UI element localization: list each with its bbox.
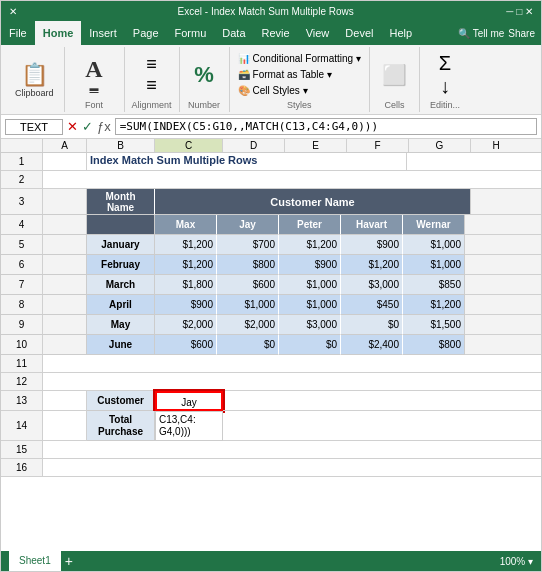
cell-b14-totalpurchase[interactable]: TotalPurchase xyxy=(87,411,155,441)
cell-b5-month[interactable]: January xyxy=(87,235,155,255)
cell-g4-wernar[interactable]: Wernar xyxy=(403,215,465,235)
cell-b7-month[interactable]: March xyxy=(87,275,155,295)
number-btn[interactable]: % xyxy=(194,62,214,88)
cell-c9[interactable]: $2,000 xyxy=(155,315,217,335)
tab-devel[interactable]: Devel xyxy=(337,21,381,45)
row-14-rest xyxy=(223,411,541,441)
cell-e8[interactable]: $1,000 xyxy=(279,295,341,315)
cell-e7[interactable]: $1,000 xyxy=(279,275,341,295)
tab-view[interactable]: View xyxy=(298,21,338,45)
col-header-b[interactable]: B xyxy=(87,139,155,152)
formula-input[interactable] xyxy=(115,118,537,135)
cell-d10[interactable]: $0 xyxy=(217,335,279,355)
cell-d9[interactable]: $2,000 xyxy=(217,315,279,335)
cell-g5[interactable]: $1,000 xyxy=(403,235,465,255)
tab-home[interactable]: Home xyxy=(35,21,82,45)
tab-page[interactable]: Page xyxy=(125,21,167,45)
tab-help[interactable]: Help xyxy=(381,21,420,45)
cell-e6[interactable]: $900 xyxy=(279,255,341,275)
cell-g8[interactable]: $1,200 xyxy=(403,295,465,315)
cell-f10[interactable]: $2,400 xyxy=(341,335,403,355)
col-header-h[interactable]: H xyxy=(471,139,521,152)
cell-f4-havart[interactable]: Havart xyxy=(341,215,403,235)
cell-a4[interactable] xyxy=(43,215,87,235)
cell-g6[interactable]: $1,000 xyxy=(403,255,465,275)
cell-d7[interactable]: $600 xyxy=(217,275,279,295)
cell-b1[interactable]: Index Match Sum Multiple Rows xyxy=(87,153,407,171)
cell-g10[interactable]: $800 xyxy=(403,335,465,355)
col-header-f[interactable]: F xyxy=(347,139,409,152)
cell-month-name[interactable]: MonthName xyxy=(87,189,155,215)
confirm-icon[interactable]: ✓ xyxy=(82,119,93,134)
cell-b10-month[interactable]: June xyxy=(87,335,155,355)
cancel-icon[interactable]: ✕ xyxy=(67,119,78,134)
cell-rest-1[interactable] xyxy=(407,153,541,171)
col-header-d[interactable]: D xyxy=(223,139,285,152)
cell-a7[interactable] xyxy=(43,275,87,295)
cell-b9-month[interactable]: May xyxy=(87,315,155,335)
tab-insert[interactable]: Insert xyxy=(81,21,125,45)
cell-c6[interactable]: $1,200 xyxy=(155,255,217,275)
conditional-formatting-btn[interactable]: 📊 Conditional Formatting ▾ xyxy=(236,52,363,65)
cell-e4-peter[interactable]: Peter xyxy=(279,215,341,235)
cell-a6[interactable] xyxy=(43,255,87,275)
cell-a9[interactable] xyxy=(43,315,87,335)
clipboard-btn[interactable]: 📋 Clipboard xyxy=(11,60,58,100)
cell-c14-formula[interactable]: C13,C4:G4,0))) xyxy=(155,411,223,441)
tab-file[interactable]: File xyxy=(1,21,35,45)
cell-f6[interactable]: $1,200 xyxy=(341,255,403,275)
cell-f8[interactable]: $450 xyxy=(341,295,403,315)
tab-revie[interactable]: Revie xyxy=(254,21,298,45)
cell-a3[interactable] xyxy=(43,189,87,215)
cell-c5[interactable]: $1,200 xyxy=(155,235,217,255)
cell-e9[interactable]: $3,000 xyxy=(279,315,341,335)
cell-c10[interactable]: $600 xyxy=(155,335,217,355)
col-header-g[interactable]: G xyxy=(409,139,471,152)
cell-e5[interactable]: $1,200 xyxy=(279,235,341,255)
editing-btn[interactable]: Σ ↓ xyxy=(439,52,451,98)
col-header-e[interactable]: E xyxy=(285,139,347,152)
cell-b13-customer[interactable]: Customer xyxy=(87,391,155,411)
add-sheet-btn[interactable]: + xyxy=(65,553,73,569)
cell-b6-month[interactable]: Februay xyxy=(87,255,155,275)
cell-customer-name[interactable]: Customer Name xyxy=(155,189,471,215)
cell-d8[interactable]: $1,000 xyxy=(217,295,279,315)
cell-a10[interactable] xyxy=(43,335,87,355)
cell-a1[interactable] xyxy=(43,153,87,171)
tab-data[interactable]: Data xyxy=(214,21,253,45)
cell-g9[interactable]: $1,500 xyxy=(403,315,465,335)
zoom-control[interactable]: 100% ▾ xyxy=(500,556,533,567)
cell-f7[interactable]: $3,000 xyxy=(341,275,403,295)
alignment-group: ≡ ≡ Alignment xyxy=(125,47,180,112)
format-table-btn[interactable]: 🗃️ Format as Table ▾ xyxy=(236,68,363,81)
alignment-btn[interactable]: ≡ ≡ xyxy=(146,54,157,96)
cell-g7[interactable]: $850 xyxy=(403,275,465,295)
cell-f9[interactable]: $0 xyxy=(341,315,403,335)
col-header-c[interactable]: C xyxy=(155,139,223,152)
cell-d4-jay[interactable]: Jay xyxy=(217,215,279,235)
function-icon[interactable]: ƒx xyxy=(97,119,111,134)
cell-styles-btn[interactable]: 🎨 Cell Styles ▾ xyxy=(236,84,363,97)
font-btn[interactable]: A ▬ xyxy=(85,56,102,93)
cell-a8[interactable] xyxy=(43,295,87,315)
cell-c8[interactable]: $900 xyxy=(155,295,217,315)
sheet-tab[interactable]: Sheet1 xyxy=(9,551,61,571)
share-btn[interactable]: Share xyxy=(508,28,535,39)
name-box[interactable] xyxy=(5,119,63,135)
cell-a13[interactable] xyxy=(43,391,87,411)
cell-a5[interactable] xyxy=(43,235,87,255)
cell-c4-max[interactable]: Max xyxy=(155,215,217,235)
col-header-a[interactable]: A xyxy=(43,139,87,152)
cell-d6[interactable]: $800 xyxy=(217,255,279,275)
cell-f5[interactable]: $900 xyxy=(341,235,403,255)
cell-d5[interactable]: $700 xyxy=(217,235,279,255)
cell-b4[interactable] xyxy=(87,215,155,235)
cell-a14[interactable] xyxy=(43,411,87,441)
cell-c13-jay[interactable]: Jay xyxy=(155,391,223,411)
cells-btn[interactable]: ⬜ xyxy=(382,63,407,87)
tell-me-btn[interactable]: 🔍 Tell me xyxy=(458,28,504,39)
tab-formu[interactable]: Formu xyxy=(167,21,215,45)
cell-e10[interactable]: $0 xyxy=(279,335,341,355)
cell-b8-month[interactable]: April xyxy=(87,295,155,315)
cell-c7[interactable]: $1,800 xyxy=(155,275,217,295)
